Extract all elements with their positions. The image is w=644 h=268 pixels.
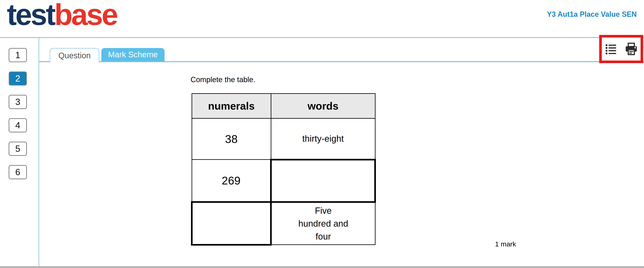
sidebar-divider-line	[38, 38, 39, 266]
tab-underline	[38, 61, 644, 62]
question-nav-button-4[interactable]: 4	[9, 118, 27, 132]
table-header-words: words	[271, 94, 375, 118]
cell-words-five-hundred-four: Five hundred and four	[271, 202, 375, 245]
printer-icon[interactable]	[624, 42, 638, 56]
paper-title: Y3 Aut1a Place Value SEN	[547, 10, 637, 18]
question-nav-button-2[interactable]: 2	[9, 72, 27, 86]
header-divider-line	[0, 37, 644, 38]
question-nav-button-3[interactable]: 3	[9, 95, 27, 109]
table-header-numerals: numerals	[192, 94, 271, 118]
place-value-table: numerals words 38 thirty-eight 269 Five …	[191, 93, 376, 246]
tab-mark-scheme[interactable]: Mark Scheme	[101, 48, 164, 61]
tab-question[interactable]: Question	[50, 48, 99, 62]
horizontal-scrollbar-track[interactable]	[0, 266, 644, 268]
answer-box-words	[271, 160, 375, 202]
answer-box-numerals	[192, 202, 271, 245]
table-header-row: numerals words	[192, 94, 375, 118]
cell-words-thirty-eight: thirty-eight	[271, 118, 375, 160]
question-nav-button-5[interactable]: 5	[9, 142, 27, 156]
annotation-highlight-box	[599, 35, 643, 63]
logo-test-text: test	[7, 0, 54, 31]
testbase-question-page: testbase Y3 Aut1a Place Value SEN 1 2 3 …	[0, 0, 644, 268]
list-icon[interactable]	[604, 43, 618, 55]
question-nav-button-6[interactable]: 6	[9, 165, 27, 179]
mark-count-label: 1 mark	[495, 240, 516, 248]
table-row: 38 thirty-eight	[192, 118, 375, 160]
question-prompt: Complete the table.	[190, 76, 256, 84]
logo-base-text: base	[54, 0, 117, 31]
table-row: 269	[192, 160, 375, 202]
question-nav-button-1[interactable]: 1	[9, 48, 27, 62]
cell-numerals-269: 269	[192, 160, 271, 202]
table-row: Five hundred and four	[192, 202, 375, 245]
cell-numerals-38: 38	[192, 118, 271, 160]
testbase-logo: testbase	[7, 2, 117, 28]
